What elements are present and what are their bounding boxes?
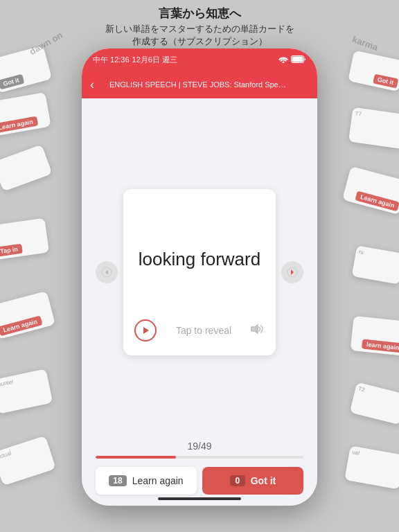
scatter-card: ual [344, 445, 399, 489]
got-it-button[interactable]: 0 Got it [202, 467, 303, 495]
nav-title: ENGLISH SPEECH | STEVE JOBS: Stanford Sp… [109, 80, 290, 89]
scatter-card: T2 [350, 382, 399, 425]
scatter-card: Learn again [0, 291, 55, 339]
progress-area: 19/49 [96, 441, 303, 459]
volume-icon[interactable] [251, 323, 265, 338]
status-left: 中午 12:36 12月6日 週三 [93, 55, 177, 65]
play-audio-button[interactable] [134, 319, 157, 342]
scatter-card: r [0, 145, 52, 192]
scatter-card: ru [352, 245, 399, 284]
nav-bar: ‹ ENGLISH SPEECH | STEVE JOBS: Stanford … [82, 71, 317, 98]
learn-again-label: Learn again [132, 475, 184, 486]
prev-card-button[interactable] [96, 261, 118, 283]
scatter-card: learn again [351, 316, 399, 356]
learn-again-button[interactable]: 18 Learn again [96, 467, 197, 495]
scatter-card: Tap in [0, 218, 49, 260]
back-button[interactable]: ‹ [90, 78, 94, 92]
progress-text: 19/49 [96, 441, 303, 452]
date-display: 12月6日 週三 [132, 55, 177, 65]
card-area: looking forward Tap to reveal [96, 112, 303, 432]
flashcard[interactable]: looking forward Tap to reveal [123, 189, 276, 355]
card-bottom: Tap to reveal [134, 319, 265, 342]
phone-frame: 中午 12:36 12月6日 週三 ‹ ENGLISH SPEECH | STE… [82, 48, 317, 506]
svg-marker-7 [291, 269, 294, 275]
card-word: looking forward [139, 210, 260, 308]
svg-marker-3 [105, 269, 108, 275]
status-bar: 中午 12:36 12月6日 週三 [82, 48, 317, 71]
scatter-card: counter [0, 369, 53, 414]
progress-bar-fill [96, 456, 176, 459]
promo-area: 言葉から知恵へ 新しい単語をマスターするための単語カードを作成する（サブスクリプ… [0, 0, 399, 48]
progress-bar [96, 456, 303, 459]
scatter-card: Got it [348, 51, 399, 92]
svg-marker-5 [251, 325, 258, 333]
battery-icon [291, 55, 306, 64]
scatter-card: Learn again [342, 166, 399, 215]
tap-reveal-label[interactable]: Tap to reveal [157, 325, 251, 336]
promo-subtitle: 新しい単語をマスターするための単語カードを作成する（サブスクリプション） [0, 23, 399, 48]
promo-title: 言葉から知恵へ [0, 6, 399, 21]
wifi-icon [278, 55, 288, 64]
action-buttons: 18 Learn again 0 Got it [96, 467, 303, 495]
scatter-card: T7 [348, 107, 399, 150]
home-indicator [158, 497, 241, 500]
next-card-button[interactable] [281, 261, 303, 283]
scatter-card: Learn again [0, 92, 51, 136]
got-it-count: 0 [230, 475, 245, 486]
scatter-card: Got it [0, 45, 52, 93]
scatter-card: actual [0, 436, 56, 486]
svg-rect-1 [292, 56, 303, 62]
status-right [278, 55, 306, 64]
learn-again-count: 18 [109, 475, 126, 486]
svg-marker-4 [143, 327, 149, 334]
time-display: 中午 12:36 [93, 55, 130, 65]
main-content: looking forward Tap to reveal [82, 98, 317, 506]
got-it-label: Got it [251, 475, 276, 486]
